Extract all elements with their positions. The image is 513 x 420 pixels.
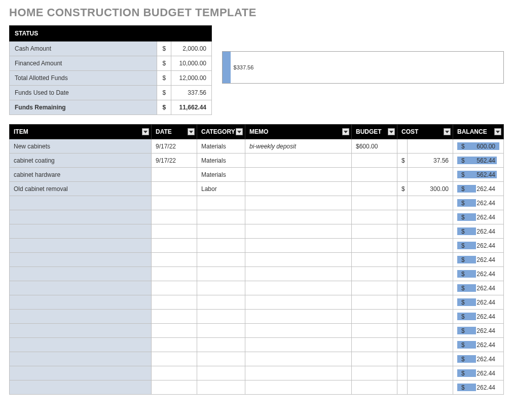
cell-date[interactable]	[152, 281, 197, 295]
cell-budget[interactable]	[352, 154, 397, 168]
cell-date[interactable]	[152, 310, 197, 324]
cell-memo[interactable]	[245, 224, 352, 239]
cell-category[interactable]	[197, 310, 245, 324]
cell-item[interactable]	[10, 281, 152, 295]
cell-cost-currency[interactable]	[397, 380, 408, 395]
col-budget[interactable]: BUDGET	[352, 125, 397, 139]
cell-memo[interactable]	[245, 210, 352, 224]
cell-memo[interactable]	[245, 281, 352, 295]
cell-category[interactable]	[197, 196, 245, 210]
status-currency[interactable]: $	[157, 71, 171, 86]
col-balance[interactable]: BALANCE	[453, 125, 504, 139]
cell-cost-currency[interactable]	[397, 253, 408, 267]
cell-cost-value[interactable]	[408, 338, 453, 352]
cell-cost-value[interactable]	[408, 168, 453, 182]
cell-category[interactable]	[197, 380, 245, 395]
cell-category[interactable]	[197, 338, 245, 352]
cell-balance[interactable]: $562.44	[453, 168, 504, 182]
cell-memo[interactable]	[245, 366, 352, 380]
cell-cost-value[interactable]: 300.00	[408, 182, 453, 196]
cell-date[interactable]	[152, 267, 197, 281]
cell-item[interactable]	[10, 380, 152, 395]
cell-category[interactable]: Materials	[197, 154, 245, 168]
cell-memo[interactable]	[245, 352, 352, 366]
cell-category[interactable]	[197, 239, 245, 253]
filter-icon[interactable]	[494, 128, 501, 135]
cell-cost-value[interactable]	[408, 267, 453, 281]
col-category[interactable]: CATEGORY	[197, 125, 245, 139]
cell-cost-currency[interactable]	[397, 281, 408, 295]
cell-memo[interactable]	[245, 310, 352, 324]
status-label[interactable]: Cash Amount	[10, 42, 157, 56]
cell-budget[interactable]	[352, 352, 397, 366]
cell-budget[interactable]	[352, 366, 397, 380]
cell-balance[interactable]: $562.44	[453, 154, 504, 168]
status-currency[interactable]: $	[157, 42, 171, 56]
cell-cost-currency[interactable]	[397, 310, 408, 324]
cell-cost-value[interactable]	[408, 239, 453, 253]
cell-memo[interactable]	[245, 239, 352, 253]
cell-category[interactable]: Labor	[197, 182, 245, 196]
cell-item[interactable]	[10, 196, 152, 210]
cell-item[interactable]: New cabinets	[10, 139, 152, 154]
cell-budget[interactable]	[352, 324, 397, 338]
cell-balance[interactable]: $262.44	[453, 182, 504, 196]
cell-balance[interactable]: $262.44	[453, 210, 504, 224]
cell-balance[interactable]: $262.44	[453, 253, 504, 267]
cell-date[interactable]	[152, 196, 197, 210]
col-item[interactable]: ITEM	[10, 125, 152, 139]
cell-date[interactable]	[152, 352, 197, 366]
cell-balance[interactable]: $262.44	[453, 324, 504, 338]
cell-category[interactable]	[197, 210, 245, 224]
cell-item[interactable]: cabinet coating	[10, 154, 152, 168]
cell-cost-currency[interactable]	[397, 338, 408, 352]
cell-balance[interactable]: $262.44	[453, 224, 504, 239]
cell-cost-value[interactable]	[408, 380, 453, 395]
cell-balance[interactable]: $262.44	[453, 380, 504, 395]
cell-item[interactable]	[10, 310, 152, 324]
cell-item[interactable]	[10, 324, 152, 338]
cell-category[interactable]	[197, 224, 245, 239]
cell-cost-value[interactable]: 37.56	[408, 154, 453, 168]
cell-cost-value[interactable]	[408, 310, 453, 324]
filter-icon[interactable]	[236, 128, 243, 135]
cell-memo[interactable]	[245, 154, 352, 168]
cell-memo[interactable]	[245, 324, 352, 338]
cell-cost-value[interactable]	[408, 210, 453, 224]
cell-cost-currency[interactable]	[397, 366, 408, 380]
cell-budget[interactable]	[352, 310, 397, 324]
cell-balance[interactable]: $262.44	[453, 239, 504, 253]
status-value[interactable]: 11,662.44	[171, 100, 212, 115]
cell-item[interactable]: cabinet hardware	[10, 168, 152, 182]
cell-cost-currency[interactable]	[397, 267, 408, 281]
cell-item[interactable]	[10, 352, 152, 366]
cell-balance[interactable]: $600.00	[453, 139, 504, 154]
cell-date[interactable]	[152, 168, 197, 182]
cell-balance[interactable]: $262.44	[453, 366, 504, 380]
cell-category[interactable]	[197, 281, 245, 295]
status-label[interactable]: Funds Used to Date	[10, 86, 157, 100]
status-value[interactable]: 12,000.00	[171, 71, 212, 86]
cell-cost-currency[interactable]	[397, 324, 408, 338]
cell-category[interactable]	[197, 324, 245, 338]
cell-date[interactable]	[152, 366, 197, 380]
cell-date[interactable]: 9/17/22	[152, 154, 197, 168]
cell-memo[interactable]	[245, 168, 352, 182]
cell-date[interactable]	[152, 239, 197, 253]
cell-cost-currency[interactable]	[397, 139, 408, 154]
cell-memo[interactable]	[245, 267, 352, 281]
cell-item[interactable]	[10, 210, 152, 224]
cell-category[interactable]	[197, 352, 245, 366]
cell-budget[interactable]	[352, 295, 397, 310]
cell-budget[interactable]	[352, 182, 397, 196]
cell-balance[interactable]: $262.44	[453, 310, 504, 324]
status-label[interactable]: Funds Remaining	[10, 100, 157, 115]
filter-icon[interactable]	[142, 128, 149, 135]
cell-cost-value[interactable]	[408, 352, 453, 366]
filter-icon[interactable]	[342, 128, 349, 135]
status-label[interactable]: Financed Amount	[10, 56, 157, 71]
cell-memo[interactable]: bi-weekly deposit	[245, 139, 352, 154]
cell-balance[interactable]: $262.44	[453, 196, 504, 210]
cell-cost-value[interactable]	[408, 281, 453, 295]
filter-icon[interactable]	[444, 128, 451, 135]
